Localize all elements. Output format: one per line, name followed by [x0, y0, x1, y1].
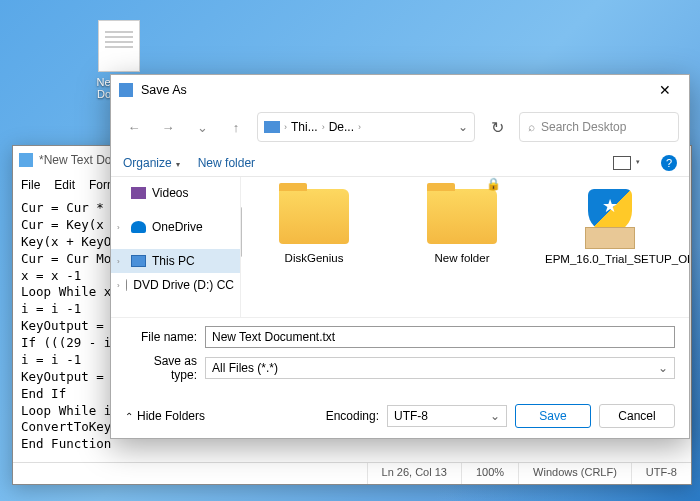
organize-button[interactable]: Organize	[123, 156, 180, 170]
address-bar[interactable]: › Thi... › De... › ⌄	[257, 112, 475, 142]
nav-up-button[interactable]: ↑	[223, 114, 249, 140]
navigation-tree: Videos ›OneDrive ›This PC ›DVD Drive (D:…	[111, 177, 241, 317]
nav-forward-button[interactable]: →	[155, 114, 181, 140]
search-icon: ⌕	[528, 120, 535, 134]
savetype-label: Save as type:	[125, 354, 197, 382]
nav-back-button[interactable]: ←	[121, 114, 147, 140]
file-item-folder[interactable]: New folder	[397, 189, 527, 305]
notepad-icon	[19, 153, 33, 167]
tree-item-dvd-drive[interactable]: ›DVD Drive (D:) CC	[111, 273, 240, 297]
search-placeholder: Search Desktop	[541, 120, 626, 134]
cloud-icon	[131, 221, 146, 233]
status-eol: Windows (CRLF)	[518, 463, 631, 484]
filename-input[interactable]	[205, 326, 675, 348]
menu-edit[interactable]: Edit	[48, 176, 81, 194]
breadcrumb-sep-icon: ›	[322, 122, 325, 132]
view-mode-button[interactable]	[613, 156, 631, 170]
tree-item-onedrive[interactable]: ›OneDrive	[111, 215, 240, 239]
savetype-select[interactable]: All Files (*.*)	[205, 357, 675, 379]
file-item-folder[interactable]: DiskGenius	[249, 189, 379, 305]
dialog-title: Save As	[141, 83, 187, 97]
nav-recent-button[interactable]: ⌄	[189, 114, 215, 140]
folder-locked-icon	[427, 189, 497, 244]
pc-icon	[264, 121, 280, 133]
hide-folders-button[interactable]: Hide Folders	[125, 409, 205, 423]
disc-icon	[126, 279, 128, 291]
file-list[interactable]: DiskGenius New folder EPM_16.0_Trial_SET…	[241, 177, 689, 317]
notepad-statusbar: Ln 26, Col 13 100% Windows (CRLF) UTF-8	[13, 462, 691, 484]
filename-label: File name:	[125, 330, 197, 344]
status-position: Ln 26, Col 13	[367, 463, 461, 484]
notepad-title: *New Text Doc	[39, 153, 117, 167]
installer-icon	[575, 189, 645, 249]
search-input[interactable]: ⌕ Search Desktop	[519, 112, 679, 142]
refresh-button[interactable]: ↻	[483, 113, 511, 141]
pc-icon	[131, 255, 146, 267]
file-item-exe[interactable]: EPM_16.0_Trial_SETUP_OB_B11.ex	[545, 189, 675, 305]
dialog-icon	[119, 83, 133, 97]
help-button[interactable]: ?	[661, 155, 677, 171]
breadcrumb-segment[interactable]: Thi...	[291, 120, 318, 134]
text-file-icon	[98, 20, 140, 72]
encoding-label: Encoding:	[326, 409, 379, 423]
dialog-titlebar[interactable]: Save As ✕	[111, 75, 689, 105]
breadcrumb-sep-icon: ›	[284, 122, 287, 132]
tree-item-videos[interactable]: Videos	[111, 181, 240, 205]
folder-icon	[279, 189, 349, 244]
save-as-dialog: Save As ✕ ← → ⌄ ↑ › Thi... › De... › ⌄ ↻…	[110, 74, 690, 439]
status-encoding: UTF-8	[631, 463, 691, 484]
close-button[interactable]: ✕	[649, 78, 681, 102]
status-zoom: 100%	[461, 463, 518, 484]
encoding-select[interactable]: UTF-8	[387, 405, 507, 427]
save-button[interactable]: Save	[515, 404, 591, 428]
breadcrumb-sep-icon: ›	[358, 122, 361, 132]
new-folder-button[interactable]: New folder	[198, 156, 255, 170]
tree-item-this-pc[interactable]: ›This PC	[111, 249, 240, 273]
videos-icon	[131, 187, 146, 199]
breadcrumb-segment[interactable]: De...	[329, 120, 354, 134]
cancel-button[interactable]: Cancel	[599, 404, 675, 428]
menu-file[interactable]: File	[15, 176, 46, 194]
addr-dropdown-icon[interactable]: ⌄	[458, 120, 468, 134]
